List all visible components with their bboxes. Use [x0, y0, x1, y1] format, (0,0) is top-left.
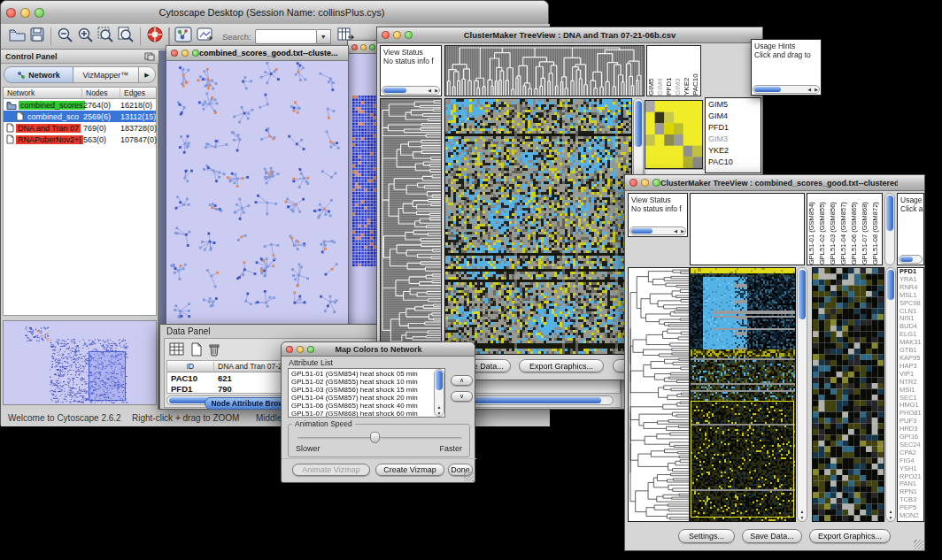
delete-attribute-icon[interactable] [207, 342, 221, 360]
attribute-list-vscrollbar[interactable]: ▲▼ [434, 369, 444, 417]
tv2-column-label[interactable]: GPL51-01 (GSM854) [807, 194, 818, 265]
tv2-column-label[interactable]: GPL51-06 (GSM865) [850, 194, 861, 265]
attribute-table-icon[interactable] [169, 342, 185, 360]
tv1-row-label[interactable]: PFD1 [706, 122, 761, 134]
network-overview-canvas[interactable] [4, 321, 156, 404]
tv2-export-graphics-button[interactable]: Export Graphics... [809, 529, 891, 543]
attribute-list[interactable]: GPL51-01 (GSM854) heat shock 05 minGPL51… [288, 368, 445, 418]
tv1-export-graphics-button[interactable]: Export Graphics... [519, 359, 604, 372]
zoom-fit-icon[interactable] [118, 27, 135, 47]
maximize-icon[interactable] [192, 50, 199, 57]
tv2-status-hscrollbar[interactable]: ◀ ▶ [629, 226, 686, 235]
tv1-row-dendrogram[interactable] [381, 99, 441, 354]
maximize-icon[interactable] [307, 346, 314, 353]
attribute-item[interactable]: GPL51-02 (GSM855) heat shock 10 min [289, 378, 444, 386]
search-dropdown-button[interactable]: ▼ [317, 29, 331, 44]
network-row[interactable]: combined_scores2764(0)16218(0) [4, 99, 156, 111]
tv1-row-label[interactable]: PAC10 [706, 157, 761, 168]
resize-grip[interactable] [464, 472, 474, 481]
window-controls[interactable] [1, 8, 44, 18]
tv2-row-dendrogram[interactable] [629, 268, 689, 521]
tv2-column-label[interactable]: GPL51-02 (GSM855) [818, 194, 829, 265]
minimize-icon[interactable] [297, 346, 304, 353]
tv1-row-label[interactable]: YKE2 [706, 145, 761, 157]
tv2-usage-hscrollbar[interactable] [899, 255, 923, 264]
tv1-column-label[interactable]: PAC10 [691, 46, 700, 96]
close-icon[interactable] [171, 50, 178, 57]
tv2-save-data-button[interactable]: Save Data... [742, 529, 802, 543]
tv1-heatmap[interactable] [445, 99, 631, 354]
create-vizmap-button[interactable]: Create Vizmap [375, 464, 444, 476]
network-row[interactable]: DNA and Tran 07769(0)183728(0) [4, 122, 156, 134]
tv1-column-dendrogram[interactable] [445, 46, 644, 96]
attribute-item[interactable]: GPL51-03 (GSM856) heat shock 15 min [289, 386, 444, 394]
minimize-icon[interactable] [360, 44, 367, 50]
open-file-icon[interactable] [8, 27, 26, 46]
tab-network[interactable]: Network [4, 66, 73, 83]
tv2-zoom-heatmap[interactable] [813, 268, 884, 521]
tv2-column-label[interactable]: GPL51-03 (GSM856) [829, 194, 839, 265]
tv1-row-label[interactable]: GIM4 [706, 111, 761, 122]
close-icon[interactable] [6, 8, 16, 18]
speed-slider-track[interactable] [297, 437, 462, 440]
tv2-collabels-vscrollbar[interactable] [884, 193, 895, 265]
attribute-item[interactable]: GPL51-01 (GSM854) heat shock 05 min [289, 370, 444, 378]
network-import-icon[interactable] [196, 27, 213, 46]
vizmapper-shortcut-icon[interactable] [174, 27, 192, 46]
maximize-icon[interactable] [369, 44, 375, 50]
more-tabs-button[interactable]: ▶ [139, 66, 156, 83]
tv1-row-label[interactable]: GIM3 [706, 134, 761, 145]
tab-vizmapper[interactable]: VizMapper™ [73, 66, 139, 83]
close-icon[interactable] [286, 346, 293, 353]
search-input[interactable] [255, 29, 317, 44]
close-icon[interactable] [382, 31, 390, 39]
tv1-zoom-matrix[interactable] [645, 101, 702, 168]
network-overview[interactable] [3, 320, 157, 405]
save-session-icon[interactable] [29, 27, 45, 46]
tv2-heatmap[interactable] [691, 268, 795, 521]
new-attribute-icon[interactable] [189, 342, 204, 360]
network-row[interactable]: RNAPuberNov2+|563(0)107847(0) [4, 134, 156, 145]
tv1-row-label[interactable]: GIM5 [706, 99, 761, 111]
zoom-out-icon[interactable] [57, 27, 73, 47]
tv2-column-label[interactable]: GPL51-07 (GSM868) [861, 194, 871, 265]
tv1-column-label[interactable]: GIM5 [647, 46, 656, 96]
move-up-button[interactable]: ∧ [451, 375, 473, 386]
tv1-status-hscrollbar[interactable]: ◀ ▶ [382, 86, 440, 95]
network-table-header[interactable]: Network Nodes Edges [4, 88, 156, 99]
tv2-settings-button[interactable]: Settings... [678, 529, 735, 543]
maximize-icon[interactable] [652, 179, 660, 187]
tv1-usage-hscrollbar[interactable]: ◀ ▶ [753, 85, 820, 94]
move-down-button[interactable]: ∨ [451, 391, 473, 402]
tv1-column-label[interactable]: YKE2 [683, 46, 691, 96]
animate-vizmap-button[interactable]: Animate Vizmap [292, 464, 370, 476]
minimize-icon[interactable] [393, 31, 401, 39]
main-titlebar[interactable]: Cytoscape Desktop (Session Name: collins… [1, 1, 548, 25]
minimize-icon[interactable] [641, 179, 649, 187]
maximize-icon[interactable] [405, 31, 413, 39]
network-canvas[interactable] [166, 61, 348, 330]
zoom-selected-icon[interactable] [97, 27, 114, 47]
attribute-item[interactable]: GPL51-07 (GSM868) heat shock 60 min [289, 410, 444, 418]
float-panel-icon[interactable] [144, 52, 155, 61]
tv2-column-label[interactable]: GPL51-08 (GSM872) [871, 194, 882, 265]
tv2-heatmap-vscrollbar[interactable]: ▲▼ [797, 267, 807, 522]
help-ring-icon[interactable] [146, 26, 164, 47]
close-icon[interactable] [629, 179, 637, 187]
tv1-column-label[interactable]: GIM4 [656, 46, 665, 96]
close-icon[interactable] [351, 44, 358, 50]
attribute-item[interactable]: GPL51-04 (GSM857) heat shock 20 min [289, 394, 444, 402]
tv1-column-label[interactable]: PFD1 [665, 46, 674, 96]
minimize-icon[interactable] [181, 50, 189, 57]
gene-label[interactable]: MON2 [898, 512, 923, 520]
attribute-item[interactable]: GPL51-06 (GSM865) heat shock 40 min [289, 402, 444, 410]
tv1-column-label[interactable]: GIM3 [674, 46, 683, 96]
network-row[interactable]: combined_sco2569(6)13112(15) [4, 111, 156, 122]
tv2-column-label[interactable]: GPL51-04 (GSM857) [839, 194, 850, 265]
maximize-icon[interactable] [35, 8, 44, 18]
tv2-genes-vscrollbar[interactable]: ▲▼ [885, 267, 896, 522]
zoom-in-icon[interactable] [77, 27, 94, 47]
speed-slider-thumb[interactable] [370, 432, 380, 443]
tv2-column-dendrogram-area[interactable] [690, 193, 805, 265]
minimize-icon[interactable] [20, 8, 30, 18]
